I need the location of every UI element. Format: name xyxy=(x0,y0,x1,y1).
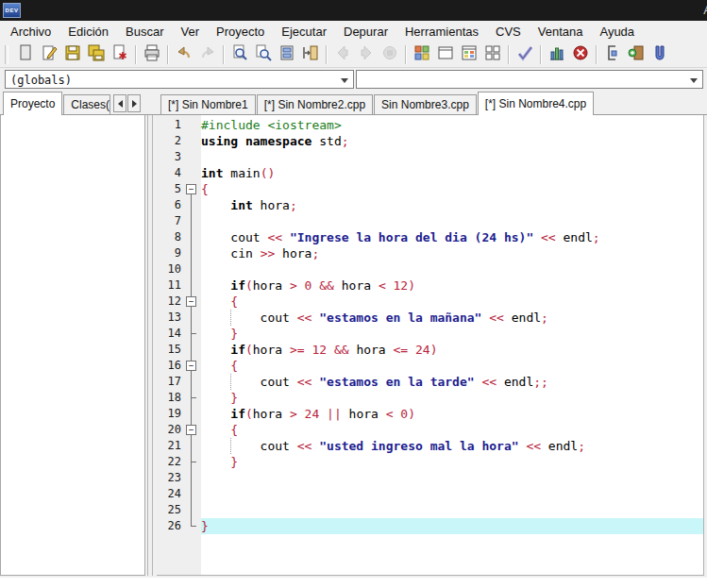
line-number[interactable]: 12 xyxy=(157,294,183,310)
code-line[interactable]: } xyxy=(201,454,703,470)
line-number[interactable]: 6 xyxy=(157,197,183,213)
line-number[interactable]: 24 xyxy=(157,486,183,502)
replace-button[interactable] xyxy=(275,43,298,66)
line-number[interactable]: 25 xyxy=(157,502,183,518)
line-number[interactable]: 20 xyxy=(157,422,183,438)
toolbar-grip[interactable] xyxy=(5,45,8,64)
line-number[interactable]: 11 xyxy=(157,277,183,294)
menu-item-buscar[interactable]: Buscar xyxy=(117,25,172,39)
undo-button[interactable] xyxy=(172,43,195,66)
menu-item-ejecutar[interactable]: Ejecutar xyxy=(273,25,335,39)
fold-column[interactable]: − xyxy=(183,294,201,310)
code-line[interactable]: cout << "Ingrese la hora del dia (24 hs)… xyxy=(201,229,703,245)
menu-item-edici-n[interactable]: Edición xyxy=(59,25,117,39)
scroll-tabs-right-button[interactable] xyxy=(127,94,141,112)
line-number[interactable]: 3 xyxy=(157,149,183,165)
line-number[interactable]: 16 xyxy=(157,358,183,374)
menu-item-archivo[interactable]: Archivo xyxy=(2,25,59,39)
tab-sin-nombre4-cpp[interactable]: [*] Sin Nombre4.cpp xyxy=(478,92,594,115)
save-all-button[interactable] xyxy=(84,43,108,66)
tab-proyecto[interactable]: Proyecto xyxy=(3,92,62,115)
compile-button[interactable] xyxy=(513,43,536,66)
fold-collapse-icon[interactable]: − xyxy=(186,296,196,307)
code-line[interactable]: } xyxy=(201,518,703,534)
new-window-button[interactable] xyxy=(433,43,457,66)
code-line[interactable] xyxy=(201,149,703,165)
project-options-button[interactable] xyxy=(457,43,480,66)
new-project-button[interactable] xyxy=(410,43,433,66)
line-number[interactable]: 19 xyxy=(157,406,183,422)
code-line[interactable]: if(hora > 24 || hora < 0) xyxy=(201,406,703,422)
profile-button[interactable] xyxy=(545,43,568,66)
menu-item-depurar[interactable]: Depurar xyxy=(335,25,396,39)
code-line[interactable]: cout << "estamos en la mañana" << endl; xyxy=(201,310,703,326)
line-number[interactable]: 1 xyxy=(157,117,183,133)
panel-splitter[interactable] xyxy=(145,115,157,576)
line-number[interactable]: 17 xyxy=(157,374,183,390)
code-line[interactable]: { xyxy=(201,181,703,197)
fold-collapse-icon[interactable]: − xyxy=(186,184,196,194)
line-number[interactable]: 7 xyxy=(157,213,183,229)
add-to-project-button[interactable] xyxy=(624,43,648,66)
code-line[interactable]: cin >> hora; xyxy=(201,245,703,261)
line-number[interactable]: 23 xyxy=(157,470,183,486)
tab-sin-nombre2-cpp[interactable]: [*] Sin Nombre2.cpp xyxy=(257,94,373,114)
insert-unit-button[interactable] xyxy=(600,43,624,66)
code-line[interactable] xyxy=(201,261,703,277)
app-icon[interactable]: DEV xyxy=(3,3,21,18)
line-number[interactable]: 18 xyxy=(157,390,183,406)
code-line[interactable]: int hora; xyxy=(201,197,703,213)
code-line[interactable]: using namespace std; xyxy=(201,133,703,149)
close-file-button[interactable] xyxy=(108,43,131,66)
find-in-files-button[interactable] xyxy=(251,43,275,66)
line-number[interactable]: 9 xyxy=(157,245,183,261)
line-number[interactable]: 14 xyxy=(157,326,183,342)
scroll-tabs-left-button[interactable] xyxy=(113,94,126,112)
menu-item-ayuda[interactable]: Ayuda xyxy=(591,25,643,39)
code-line[interactable] xyxy=(201,470,703,486)
code-line[interactable]: { xyxy=(201,294,703,310)
line-number[interactable]: 10 xyxy=(157,261,183,277)
bookmark-button[interactable] xyxy=(648,43,671,66)
fold-collapse-icon[interactable]: − xyxy=(186,425,196,435)
tile-windows-button[interactable] xyxy=(480,43,504,66)
code-editor[interactable]: 1#include <iostream>2using namespace std… xyxy=(157,115,704,576)
code-line[interactable]: } xyxy=(201,390,703,406)
line-number[interactable]: 26 xyxy=(157,518,183,534)
code-line[interactable]: } xyxy=(201,326,703,342)
code-line[interactable]: if(hora > 0 && hora < 12) xyxy=(201,277,703,294)
line-number[interactable]: 8 xyxy=(157,229,183,245)
code-line[interactable] xyxy=(201,213,703,229)
open-file-button[interactable] xyxy=(37,43,60,66)
code-line[interactable] xyxy=(201,502,703,518)
menu-item-ver[interactable]: Ver xyxy=(172,25,208,39)
line-number[interactable]: 4 xyxy=(157,165,183,181)
menu-item-herramientas[interactable]: Herramientas xyxy=(396,25,487,39)
fold-column[interactable]: − xyxy=(183,181,201,197)
tab-sin-nombre1[interactable]: [*] Sin Nombre1 xyxy=(160,94,256,114)
line-number[interactable]: 2 xyxy=(157,133,183,149)
goto-line-button[interactable] xyxy=(298,43,322,66)
fold-column[interactable]: − xyxy=(183,358,201,374)
line-number[interactable]: 15 xyxy=(157,342,183,358)
print-button[interactable] xyxy=(140,43,163,66)
save-file-button[interactable] xyxy=(60,43,84,66)
line-number[interactable]: 5 xyxy=(157,181,183,197)
fold-column[interactable]: − xyxy=(183,422,201,438)
code-line[interactable]: cout << "estamos en la tarde" << endl;; xyxy=(201,374,703,390)
line-number[interactable]: 13 xyxy=(157,310,183,326)
globals-combobox[interactable]: (globals) xyxy=(5,70,354,89)
code-line[interactable]: cout << "usted ingreso mal la hora" << e… xyxy=(201,438,703,454)
code-line[interactable]: { xyxy=(201,422,703,438)
line-number[interactable]: 22 xyxy=(157,454,183,470)
code-line[interactable]: if(hora >= 12 && hora <= 24) xyxy=(201,342,703,358)
tab-clases-fun[interactable]: Clases(Fun xyxy=(63,94,110,114)
menu-item-ventana[interactable]: Ventana xyxy=(530,25,592,39)
code-line[interactable]: #include <iostream> xyxy=(201,117,703,133)
find-button[interactable] xyxy=(227,43,251,66)
code-line[interactable] xyxy=(201,486,703,502)
menu-item-proyecto[interactable]: Proyecto xyxy=(208,25,273,39)
code-line[interactable]: { xyxy=(201,358,703,374)
code-line[interactable]: int main() xyxy=(201,165,703,181)
profiling-off-button[interactable] xyxy=(568,43,592,66)
